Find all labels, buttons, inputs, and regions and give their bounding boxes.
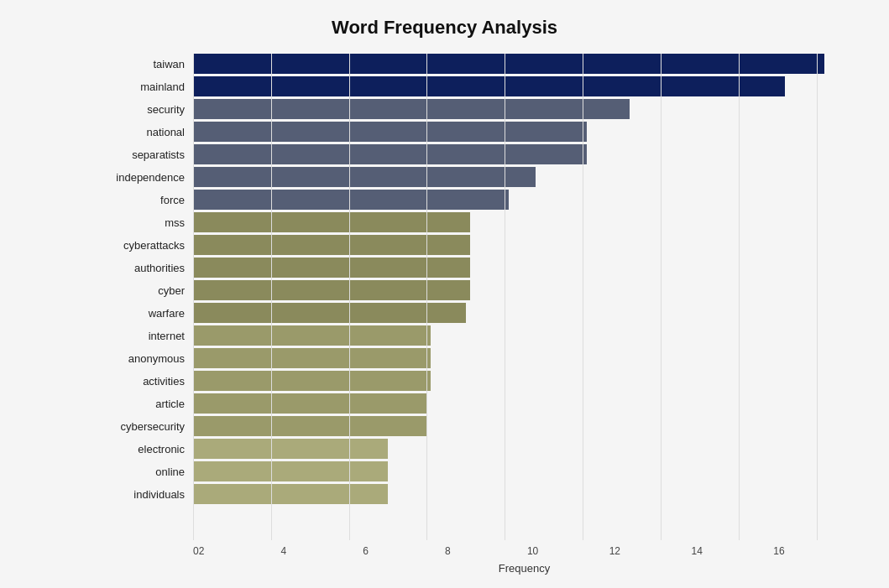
- chart-area: taiwanmainlandsecuritynationalseparatist…: [101, 54, 855, 540]
- bar-row: national: [101, 122, 855, 142]
- bar-label: activities: [101, 375, 193, 388]
- bar-label: national: [101, 126, 193, 138]
- bar-fill: [193, 99, 630, 119]
- bar-track: [193, 416, 855, 436]
- bar-fill: [193, 325, 431, 346]
- bar-fill: [193, 235, 470, 255]
- bar-track: [193, 122, 855, 142]
- x-axis-label: Frequency: [193, 562, 855, 575]
- bar-label: internet: [101, 330, 193, 342]
- bar-track: [193, 348, 855, 368]
- bar-fill: [193, 212, 470, 232]
- x-tick: 4: [280, 545, 363, 557]
- bar-row: force: [101, 190, 855, 210]
- bar-track: [193, 258, 855, 278]
- bar-track: [193, 461, 855, 481]
- chart-container: Word Frequency Analysis taiwanmainlandse…: [0, 0, 889, 588]
- bar-fill: [193, 439, 388, 459]
- bar-fill: [193, 190, 509, 210]
- bar-label: authorities: [101, 262, 193, 274]
- bar-row: taiwan: [101, 54, 855, 74]
- bar-row: mss: [101, 212, 855, 232]
- bar-label: cybersecurity: [101, 420, 193, 433]
- bar-row: anonymous: [101, 348, 855, 368]
- x-tick: 12: [609, 545, 692, 557]
- bar-label: security: [101, 103, 193, 116]
- bar-track: [193, 439, 855, 459]
- bar-label: electronic: [101, 443, 193, 455]
- x-tick: 6: [363, 545, 445, 557]
- bar-label: individuals: [101, 488, 193, 501]
- bar-label: cyber: [101, 284, 193, 297]
- bar-track: [193, 167, 855, 187]
- bar-row: activities: [101, 371, 855, 391]
- bar-fill: [193, 416, 426, 436]
- x-tick: 2: [199, 545, 281, 557]
- bar-track: [193, 212, 855, 232]
- bar-fill: [193, 167, 536, 187]
- bar-row: security: [101, 99, 855, 119]
- bar-fill: [193, 54, 824, 74]
- x-tick: 10: [527, 545, 609, 557]
- bar-row: cybersecurity: [101, 416, 855, 436]
- bar-track: [193, 303, 855, 323]
- bar-fill: [193, 348, 431, 368]
- bar-row: article: [101, 393, 855, 414]
- bar-row: electronic: [101, 439, 855, 459]
- bar-fill: [193, 393, 426, 414]
- bar-row: individuals: [101, 484, 855, 504]
- bar-fill: [193, 122, 587, 142]
- bar-track: [193, 325, 855, 346]
- bar-row: separatists: [101, 144, 855, 164]
- bar-fill: [193, 484, 388, 504]
- bar-track: [193, 371, 855, 391]
- bar-fill: [193, 371, 431, 391]
- bar-label: mainland: [101, 81, 193, 93]
- bar-fill: [193, 144, 587, 164]
- bar-label: mss: [101, 216, 193, 229]
- bar-row: online: [101, 461, 855, 481]
- bar-row: authorities: [101, 258, 855, 278]
- bar-fill: [193, 303, 466, 323]
- bar-row: internet: [101, 325, 855, 346]
- chart-title: Word Frequency Analysis: [34, 17, 855, 39]
- bar-track: [193, 280, 855, 300]
- bar-label: taiwan: [101, 58, 193, 70]
- x-tick: 16: [773, 545, 855, 557]
- x-tick: 14: [691, 545, 773, 557]
- bar-label: force: [101, 194, 193, 206]
- bar-row: cyberattacks: [101, 235, 855, 255]
- bar-label: independence: [101, 171, 193, 184]
- bar-label: anonymous: [101, 352, 193, 365]
- bar-track: [193, 484, 855, 504]
- x-tick: 0: [193, 545, 199, 557]
- bar-track: [193, 99, 855, 119]
- bar-fill: [193, 76, 785, 96]
- bar-label: article: [101, 398, 193, 410]
- bar-row: mainland: [101, 76, 855, 96]
- bar-row: warfare: [101, 303, 855, 323]
- bar-track: [193, 190, 855, 210]
- bar-label: cyberattacks: [101, 239, 193, 252]
- bar-label: online: [101, 466, 193, 478]
- bar-fill: [193, 280, 470, 300]
- bar-row: independence: [101, 167, 855, 187]
- bar-track: [193, 393, 855, 414]
- bar-track: [193, 235, 855, 255]
- bar-track: [193, 54, 855, 74]
- bar-fill: [193, 258, 470, 278]
- bar-label: warfare: [101, 307, 193, 320]
- x-tick: 8: [445, 545, 527, 557]
- bar-fill: [193, 461, 388, 481]
- bar-label: separatists: [101, 148, 193, 161]
- bar-track: [193, 76, 855, 96]
- bar-row: cyber: [101, 280, 855, 300]
- bar-track: [193, 144, 855, 164]
